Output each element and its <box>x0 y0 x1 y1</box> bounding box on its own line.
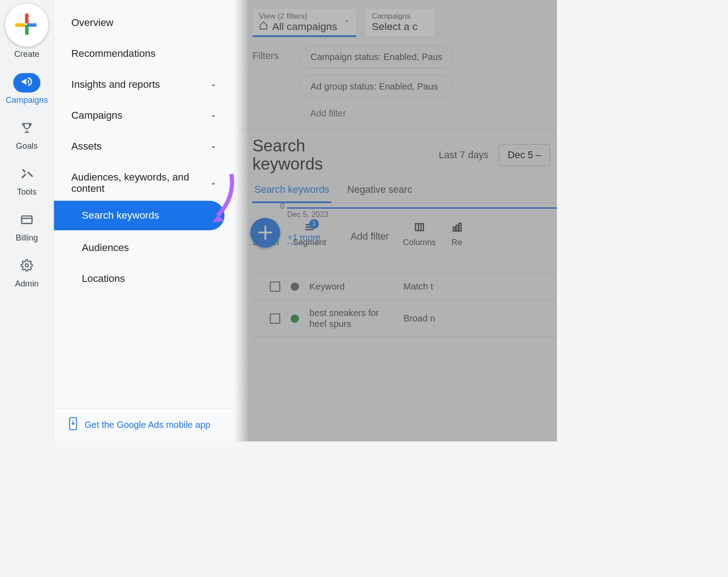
nav-overview[interactable]: Overview <box>54 7 235 38</box>
nav-label: Audiences, keywords, and content <box>71 171 197 194</box>
phone-download-icon <box>68 416 78 433</box>
rail-item-tools[interactable]: Tools <box>0 165 54 197</box>
nav-label: Overview <box>71 17 113 28</box>
create-button[interactable] <box>5 4 48 47</box>
nav-insights[interactable]: Insights and reports <box>54 69 235 100</box>
chevron-down-icon <box>209 142 217 151</box>
mobile-app-promo[interactable]: Get the Google Ads mobile app <box>54 408 235 441</box>
google-plus-icon <box>17 15 36 35</box>
rail-item-label: Campaigns <box>5 95 48 105</box>
rail-item-label: Goals <box>16 141 38 151</box>
nav-audiences-keywords-content[interactable]: Audiences, keywords, and content <box>54 162 235 201</box>
create-label: Create <box>14 50 39 59</box>
chevron-down-icon <box>209 111 217 119</box>
nav-label: Recommendations <box>71 48 156 59</box>
nav-recommendations[interactable]: Recommendations <box>54 38 235 69</box>
rail-item-label: Admin <box>15 279 39 289</box>
rail-item-campaigns[interactable]: Campaigns <box>0 73 54 105</box>
nav-label: Assets <box>71 140 102 152</box>
chevron-up-icon <box>209 179 217 187</box>
app-root: Create Campaigns Goals To <box>0 0 557 442</box>
nav-label: Audiences <box>82 242 129 253</box>
nav-assets[interactable]: Assets <box>54 131 235 162</box>
nav-audiences[interactable]: Audiences <box>54 230 235 261</box>
promo-text: Get the Google Ads mobile app <box>85 420 210 431</box>
rail-item-label: Billing <box>15 233 38 243</box>
nav-search-keywords[interactable]: Search keywords <box>54 201 225 230</box>
rail-item-admin[interactable]: Admin <box>0 257 54 289</box>
nav-campaigns[interactable]: Campaigns <box>54 100 235 131</box>
rail-item-goals[interactable]: Goals <box>0 119 54 151</box>
svg-point-2 <box>25 264 28 267</box>
rail-item-label: Tools <box>17 187 36 197</box>
svg-rect-0 <box>21 216 32 224</box>
dim-overlay <box>235 0 557 442</box>
rail-item-billing[interactable]: Billing <box>0 211 54 243</box>
main-region: View (2 filters) All campaigns Campaigns… <box>235 0 557 442</box>
nav-label: Search keywords <box>82 210 159 221</box>
gear-icon <box>20 259 33 274</box>
megaphone-icon <box>20 75 33 90</box>
nav-label: Campaigns <box>71 110 122 121</box>
trophy-icon <box>20 121 33 136</box>
nav-locations[interactable]: Locations <box>54 261 235 292</box>
nav-label: Locations <box>82 273 125 284</box>
tools-icon <box>20 167 33 182</box>
card-icon <box>20 212 34 228</box>
nav-label: Insights and reports <box>71 79 160 90</box>
side-nav: Overview Recommendations Insights and re… <box>54 0 235 442</box>
left-rail: Create Campaigns Goals To <box>0 0 54 442</box>
chevron-down-icon <box>209 80 217 88</box>
